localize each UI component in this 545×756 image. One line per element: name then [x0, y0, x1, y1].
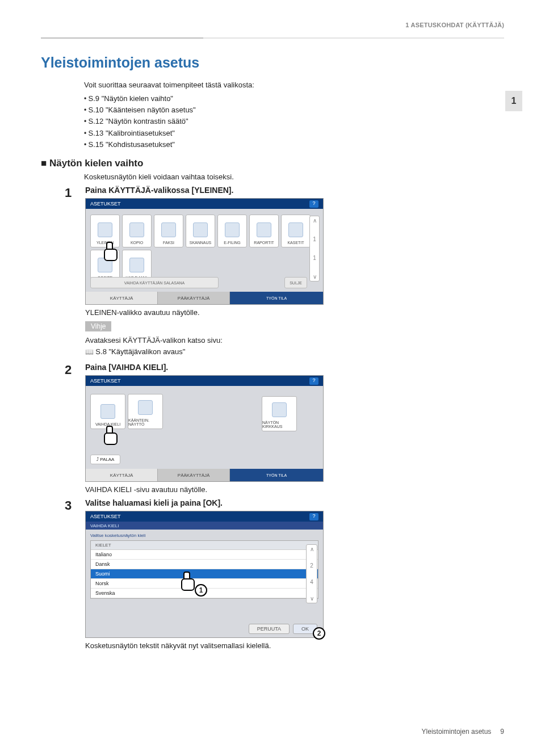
- tile-icon: [257, 222, 271, 237]
- page-title: Yleistoimintojen asetus: [41, 54, 199, 71]
- setting-tile-yleinen[interactable]: YLEINEN: [90, 215, 120, 247]
- shot-title: ASETUKSET: [90, 378, 121, 384]
- chapter-label: 1 ASETUSKOHDAT (KÄYTTÄJÄ): [405, 22, 504, 28]
- tile-icon: [193, 222, 208, 237]
- section-subtext: Kosketusnäytön kieli voidaan vaihtaa toi…: [84, 173, 495, 181]
- help-icon[interactable]: ?: [309, 513, 318, 520]
- tile-icon: [98, 222, 112, 237]
- setting-tile[interactable]: FAKSI: [154, 215, 183, 247]
- invert-display-tile[interactable]: KÄÄNTEIN. NÄYTTÖ: [128, 394, 163, 429]
- chevron-up-icon[interactable]: ∧: [313, 217, 317, 224]
- shot-title: ASETUKSET: [90, 201, 121, 207]
- intro-item: S.13 "Kalibrointiasetukset": [84, 128, 453, 139]
- tab-user[interactable]: KÄYTTÄJÄ: [86, 469, 158, 481]
- tile-icon: [98, 258, 112, 272]
- tile-icon: [129, 222, 144, 237]
- intro-item: S.10 "Käänteisen näytön asetus": [84, 104, 453, 116]
- footer-page-number: 9: [500, 728, 504, 736]
- intro-item: S.12 "Näytön kontrastin säätö": [84, 116, 453, 127]
- step-after-text: YLEINEN-valikko avautuu näytölle.: [85, 308, 495, 317]
- page-side-tab: 1: [505, 91, 522, 111]
- step-title: Valitse haluamasi kieli ja paina [OK].: [85, 498, 495, 507]
- header-bar: 1 ASETUSKOHDAT (KÄYTTÄJÄ): [0, 22, 545, 35]
- help-icon[interactable]: ?: [309, 377, 318, 385]
- close-button[interactable]: SULJE: [284, 277, 307, 288]
- tile-icon: [129, 258, 144, 272]
- list-item-selected[interactable]: Suomi: [91, 569, 318, 579]
- page-footer: Yleistoimintojen asetus 9: [41, 728, 504, 736]
- intro-block: Voit suorittaa seuraavat toimenpiteet tä…: [84, 79, 453, 150]
- tip-label: Vihje: [85, 321, 111, 331]
- job-status[interactable]: TYÖN TILA: [230, 469, 323, 481]
- setting-tile[interactable]: KOPIO: [122, 215, 152, 247]
- step-number: 3: [65, 498, 77, 638]
- footer-section: Yleistoimintojen asetus: [422, 728, 492, 736]
- setting-tile[interactable]: SKANNAUS: [186, 215, 215, 247]
- back-button[interactable]: ⤴ PALAA: [90, 455, 120, 464]
- list-item[interactable]: Italiano: [91, 550, 318, 560]
- step-row: 3 Valitse haluamasi kieli ja paina [OK].…: [65, 498, 495, 638]
- tab-admin[interactable]: PÄÄKÄYTTÄJÄ: [158, 469, 230, 481]
- cancel-button[interactable]: PERUUTA: [249, 624, 290, 634]
- shot-subtitle: VAIHDA KIELI: [86, 522, 323, 530]
- shot-title: ASETUKSET: [90, 514, 121, 519]
- intro-lead: Voit suorittaa seuraavat toimenpiteet tä…: [84, 79, 453, 91]
- tab-user[interactable]: KÄYTTÄJÄ: [86, 292, 158, 304]
- help-icon[interactable]: ?: [309, 200, 318, 208]
- chevron-up-icon[interactable]: ∧: [310, 546, 314, 552]
- step-title: Paina KÄYTTÄJÄ-valikossa [YLEINEN].: [85, 186, 495, 195]
- scroll-pager[interactable]: ∧ 2 4 ∨: [306, 544, 317, 603]
- job-status[interactable]: TYÖN TILA: [230, 292, 323, 304]
- screenshot-general-menu: ASETUKSET ? VAIHDA KIELI KÄÄNTEIN. NÄYTT…: [85, 375, 324, 482]
- setting-tile[interactable]: E-FILING: [217, 215, 247, 247]
- callout-bubble: 2: [313, 627, 325, 640]
- step-row: 1 Paina KÄYTTÄJÄ-valikossa [YLEINEN]. AS…: [65, 186, 495, 305]
- step-row: 2 Paina [VAIHDA KIELI]. ASETUKSET ? VAIH…: [65, 363, 495, 482]
- hint-text: Valitse kosketusnäytön kieli: [90, 533, 318, 538]
- sun-icon: [272, 402, 287, 417]
- chevron-down-icon[interactable]: ∨: [310, 595, 314, 602]
- section-heading: Näytön kielen vaihto: [41, 158, 495, 169]
- tab-admin[interactable]: PÄÄKÄYTTÄJÄ: [158, 292, 230, 304]
- callout-bubble: 1: [195, 584, 207, 597]
- setting-tile[interactable]: KASETIT: [281, 215, 311, 247]
- intro-item: S.9 "Näytön kielen vaihto": [84, 93, 453, 104]
- globe-icon: [100, 404, 115, 419]
- tile-icon: [161, 222, 176, 237]
- chevron-down-icon[interactable]: ∨: [313, 274, 317, 280]
- step-number: 1: [65, 186, 77, 305]
- tip-body: Avataksesi KÄYTTÄJÄ-valikon katso sivu: …: [85, 335, 495, 357]
- tile-icon: [225, 222, 240, 237]
- step-after-text: Kosketusnäytön tekstit näkyvät nyt valit…: [85, 641, 495, 650]
- change-password-button[interactable]: VAIHDA KÄYTTÄJÄN SALASANA: [90, 277, 219, 288]
- screenshot-language-list: ASETUKSET ? VAIHDA KIELI Valitse kosketu…: [85, 511, 324, 638]
- tile-icon: [288, 222, 303, 237]
- list-header: KIELET: [91, 541, 318, 550]
- setting-tile[interactable]: RAPORTIT: [249, 215, 279, 247]
- scroll-pager[interactable]: ∧ 1 1 ∨: [309, 216, 320, 282]
- list-item[interactable]: Dansk: [91, 560, 318, 569]
- brightness-tile[interactable]: NÄYTÖN KIRKKAUS: [262, 396, 297, 431]
- change-language-tile[interactable]: VAIHDA KIELI: [90, 394, 125, 429]
- header-rule: [41, 37, 504, 39]
- step-number: 2: [65, 363, 77, 482]
- step-after-text: VAIHDA KIELI -sivu avautuu näytölle.: [85, 485, 495, 494]
- step-title: Paina [VAIHDA KIELI].: [85, 363, 495, 372]
- intro-item: S.15 "Kohdistusasetukset": [84, 139, 453, 150]
- invert-icon: [138, 400, 153, 415]
- screenshot-settings-grid: ASETUKSET ? YLEINEN KOPIO FAKSI SKANNAUS…: [85, 198, 324, 305]
